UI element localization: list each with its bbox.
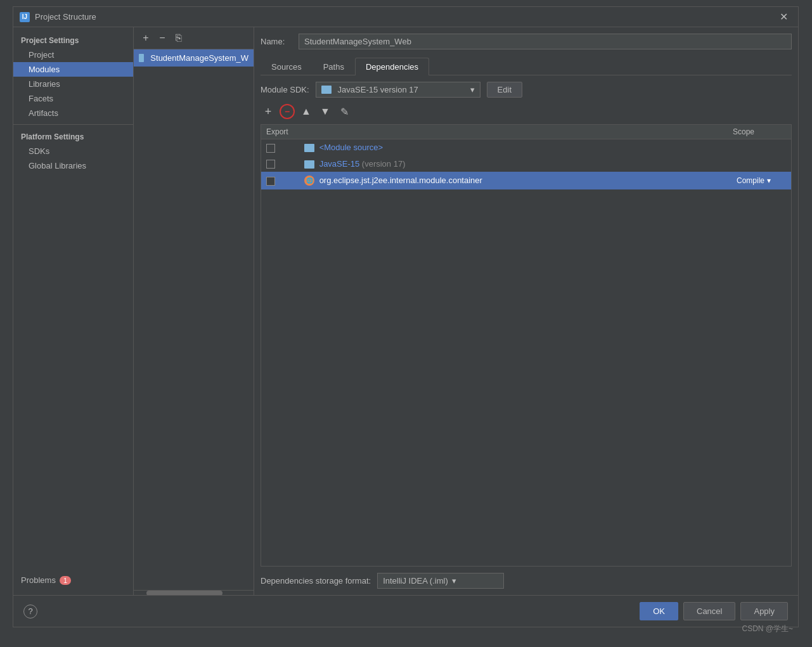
col-export: Export <box>261 125 299 139</box>
scope-dropdown[interactable]: Compile ▾ <box>733 175 786 186</box>
problems-badge: 1 <box>60 576 71 585</box>
sidebar-item-modules[interactable]: Modules <box>13 62 133 77</box>
edit-sdk-button[interactable]: Edit <box>487 82 522 98</box>
add-dep-button[interactable]: + <box>261 104 276 119</box>
name-cell: JavaSE-15 (version 17) <box>299 156 728 172</box>
module-list: StudentManageSystem_W <box>134 49 254 590</box>
app-icon: IJ <box>20 12 30 22</box>
cancel-button[interactable]: Cancel <box>683 602 735 620</box>
problems-section: Problems 1 <box>13 570 133 590</box>
storage-label: Dependencies storage format: <box>261 576 371 586</box>
dep-name: org.eclipse.jst.j2ee.internal.module.con… <box>319 176 482 185</box>
export-cell <box>261 139 299 156</box>
ok-button[interactable]: OK <box>640 602 678 620</box>
tabs: Sources Paths Dependencies <box>261 57 792 75</box>
scope-arrow: ▾ <box>767 176 771 185</box>
col-scope: Scope <box>728 125 791 139</box>
name-cell: 🌐 org.eclipse.jst.j2ee.internal.module.c… <box>299 172 728 189</box>
table-row[interactable]: <Module source> <box>261 139 791 156</box>
close-button[interactable]: ✕ <box>776 10 792 24</box>
apply-button[interactable]: Apply <box>740 602 788 620</box>
dep-name: JavaSE-15 <box>319 159 360 169</box>
sidebar: Project Settings Project Modules Librari… <box>13 27 134 595</box>
sidebar-item-facets[interactable]: Facets <box>13 91 133 106</box>
export-checkbox[interactable] <box>266 160 275 169</box>
name-input[interactable] <box>299 34 792 49</box>
module-name: StudentManageSystem_W <box>150 53 248 63</box>
scope-value: Compile <box>737 176 764 185</box>
dep-table-container: Export Scope <M <box>261 124 792 567</box>
problems-label: Problems <box>21 575 56 585</box>
project-settings-label: Project Settings <box>13 32 133 48</box>
module-folder-icon <box>139 54 144 62</box>
scope-cell <box>728 156 791 172</box>
dialog-footer: ? OK Cancel Apply <box>13 595 798 627</box>
col-name <box>299 125 728 139</box>
sdk-dropdown[interactable]: JavaSE-15 version 17 ▾ <box>316 82 480 98</box>
sdk-folder-icon <box>321 86 332 94</box>
storage-dropdown[interactable]: IntelliJ IDEA (.iml) ▾ <box>377 573 504 589</box>
sidebar-item-libraries[interactable]: Libraries <box>13 77 133 91</box>
title-bar: IJ Project Structure ✕ <box>13 7 798 27</box>
edit-dep-button[interactable]: ✎ <box>337 104 352 119</box>
dep-name-suffix: (version 17) <box>362 159 406 169</box>
tab-paths[interactable]: Paths <box>313 58 355 75</box>
table-row[interactable]: 🌐 org.eclipse.jst.j2ee.internal.module.c… <box>261 172 791 189</box>
tab-sources[interactable]: Sources <box>261 58 313 75</box>
help-button[interactable]: ? <box>23 605 37 618</box>
export-cell <box>261 172 299 189</box>
table-row[interactable]: JavaSE-15 (version 17) <box>261 156 791 172</box>
sidebar-item-sdks[interactable]: SDKs <box>13 144 133 158</box>
sdk-dropdown-arrow: ▾ <box>470 85 475 94</box>
name-label: Name: <box>261 37 292 46</box>
add-module-button[interactable]: + <box>139 31 153 45</box>
storage-row: Dependencies storage format: IntelliJ ID… <box>261 573 792 589</box>
export-checkbox[interactable] <box>266 177 275 186</box>
sidebar-item-global-libraries[interactable]: Global Libraries <box>13 158 133 173</box>
module-sdk-label: Module SDK: <box>261 85 309 94</box>
sidebar-item-project[interactable]: Project <box>13 48 133 62</box>
module-toolbar: + − ⎘ <box>134 27 254 49</box>
remove-module-button[interactable]: − <box>155 31 169 45</box>
name-cell: <Module source> <box>299 139 728 156</box>
globe-icon: 🌐 <box>304 176 314 186</box>
sdk-value: JavaSE-15 version 17 <box>338 85 418 94</box>
name-row: Name: <box>261 34 792 49</box>
dep-table: Export Scope <M <box>261 125 791 189</box>
sidebar-divider <box>13 124 133 125</box>
dialog-title: Project Structure <box>35 12 96 22</box>
storage-arrow: ▾ <box>452 576 456 586</box>
folder-icon <box>304 160 314 169</box>
sidebar-item-artifacts[interactable]: Artifacts <box>13 106 133 120</box>
dep-name: <Module source> <box>319 143 383 152</box>
export-cell <box>261 156 299 172</box>
module-item[interactable]: StudentManageSystem_W <box>134 49 254 67</box>
folder-icon <box>304 144 314 152</box>
module-panel: + − ⎘ StudentManageSystem_W <box>134 27 254 595</box>
scope-cell: Compile ▾ <box>728 172 791 189</box>
remove-dep-button[interactable]: − <box>280 104 295 119</box>
scope-cell <box>728 139 791 156</box>
watermark: CSDN @学生~ <box>742 624 793 634</box>
storage-value: IntelliJ IDEA (.iml) <box>383 576 448 586</box>
dep-toolbar: + − ▲ ▼ ✎ <box>261 104 792 119</box>
tab-dependencies[interactable]: Dependencies <box>355 58 429 75</box>
horizontal-scrollbar[interactable] <box>134 590 254 595</box>
content-panel: Name: Sources Paths Dependencies Module … <box>254 27 798 595</box>
platform-settings-label: Platform Settings <box>13 129 133 144</box>
dep-table-header: Export Scope <box>261 125 791 139</box>
move-down-dep-button[interactable]: ▼ <box>318 104 333 119</box>
move-up-dep-button[interactable]: ▲ <box>299 104 314 119</box>
module-sdk-row: Module SDK: JavaSE-15 version 17 ▾ Edit <box>261 82 792 98</box>
export-checkbox[interactable] <box>266 144 275 153</box>
copy-module-button[interactable]: ⎘ <box>172 31 186 45</box>
